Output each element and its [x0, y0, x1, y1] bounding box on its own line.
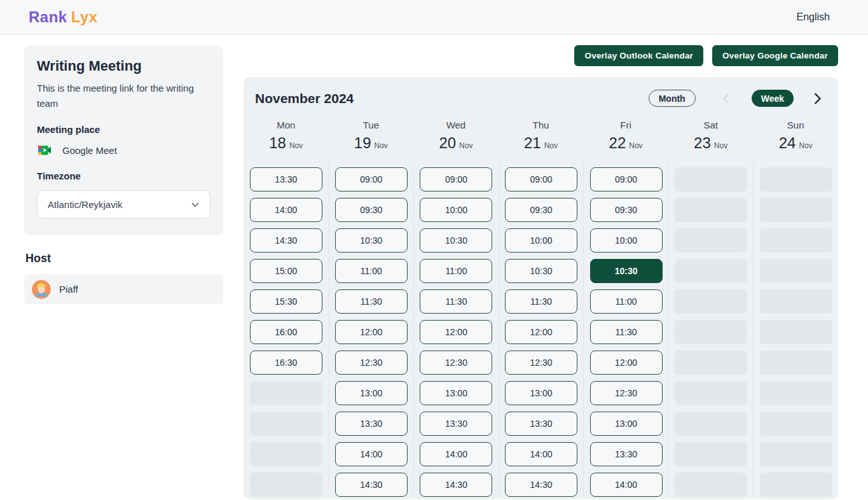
day-name: Fri — [583, 120, 668, 130]
overlay-buttons: Overlay Outlook Calendar Overlay Google … — [244, 45, 838, 66]
slot-columns: 13:3014:0014:3015:0015:3016:0016:3009:00… — [244, 161, 838, 497]
time-slot-tue-1130[interactable]: 11:30 — [335, 289, 408, 314]
time-slot-thu-1030[interactable]: 10:30 — [505, 259, 577, 283]
time-slot-tue-1200[interactable]: 12:00 — [335, 320, 408, 344]
day-month: Nov — [459, 141, 472, 150]
time-slot-thu-1300[interactable]: 13:00 — [505, 381, 577, 405]
day-header-tue: Tue19Nov — [329, 120, 414, 152]
time-slot-fri-1030[interactable]: 10:30 — [590, 259, 663, 283]
meeting-description: This is the meeting link for the writing… — [37, 81, 196, 111]
timezone-select[interactable]: Atlantic/Reykjavik — [37, 190, 210, 219]
time-slot-wed-0900[interactable]: 09:00 — [420, 167, 492, 191]
time-slot-thu-1330[interactable]: 13:30 — [505, 412, 577, 436]
time-slot-thu-0930[interactable]: 09:30 — [505, 198, 577, 222]
time-slot-fri-1330[interactable]: 13:30 — [590, 442, 663, 466]
time-slot-wed-1430[interactable]: 14:30 — [420, 473, 492, 497]
day-date: 22Nov — [583, 134, 668, 152]
time-slot-thu-1230[interactable]: 12:30 — [505, 351, 577, 375]
slot-unavailable — [675, 412, 747, 436]
slot-unavailable — [760, 198, 832, 222]
time-slot-tue-1230[interactable]: 12:30 — [335, 351, 408, 375]
meeting-title: Writing Meeting — [37, 58, 210, 74]
time-slot-tue-1400[interactable]: 14:00 — [335, 442, 408, 466]
time-slot-wed-1330[interactable]: 13:30 — [420, 412, 492, 436]
time-slot-fri-1200[interactable]: 12:00 — [590, 351, 663, 375]
time-slot-mon-1400[interactable]: 14:00 — [250, 198, 322, 222]
day-date: 20Nov — [413, 134, 499, 152]
time-slot-wed-1030[interactable]: 10:30 — [420, 228, 492, 253]
time-slot-thu-1130[interactable]: 11:30 — [505, 289, 577, 314]
slot-unavailable — [675, 259, 747, 283]
day-header-fri: Fri22Nov — [583, 120, 668, 152]
google-meet-icon — [37, 142, 52, 158]
time-slot-thu-1400[interactable]: 14:00 — [505, 442, 577, 466]
chevron-right-icon — [810, 92, 824, 106]
week-view-button[interactable]: Week — [752, 90, 794, 107]
slot-unavailable — [675, 473, 747, 497]
time-slot-mon-1530[interactable]: 15:30 — [250, 289, 322, 314]
slot-column-sun — [753, 161, 838, 497]
time-slot-tue-1430[interactable]: 14:30 — [335, 473, 408, 497]
time-slot-thu-1200[interactable]: 12:00 — [505, 320, 577, 344]
day-name: Wed — [413, 120, 499, 130]
time-slot-tue-0930[interactable]: 09:30 — [335, 198, 408, 222]
overlay-google-button[interactable]: Overlay Google Calendar — [712, 45, 838, 66]
time-slot-tue-0900[interactable]: 09:00 — [335, 167, 408, 191]
time-slot-wed-1000[interactable]: 10:00 — [420, 198, 492, 222]
day-header-sat: Sat23Nov — [668, 120, 754, 152]
language-selector[interactable]: English — [797, 11, 830, 23]
day-number: 19 — [354, 134, 371, 151]
overlay-outlook-button[interactable]: Overlay Outlook Calendar — [574, 45, 703, 66]
slot-unavailable — [760, 473, 832, 497]
time-slot-thu-0900[interactable]: 09:00 — [505, 167, 577, 191]
time-slot-tue-1300[interactable]: 13:00 — [335, 381, 408, 405]
time-slot-fri-1400[interactable]: 14:00 — [590, 473, 663, 497]
time-slot-mon-1330[interactable]: 13:30 — [250, 167, 322, 191]
time-slot-tue-1030[interactable]: 10:30 — [335, 228, 408, 253]
slot-unavailable — [675, 442, 747, 466]
day-name: Thu — [499, 120, 584, 130]
day-number: 23 — [694, 134, 711, 151]
time-slot-wed-1300[interactable]: 13:00 — [420, 381, 492, 405]
time-slot-mon-1430[interactable]: 14:30 — [250, 228, 322, 253]
meeting-card: Writing Meeting This is the meeting link… — [24, 45, 223, 235]
slot-column-tue: 09:0009:3010:3011:0011:3012:0012:3013:00… — [329, 161, 414, 497]
slot-unavailable — [250, 442, 322, 466]
day-month: Nov — [714, 141, 727, 150]
host-heading: Host — [25, 252, 223, 265]
time-slot-mon-1630[interactable]: 16:30 — [250, 351, 322, 375]
time-slot-fri-1230[interactable]: 12:30 — [590, 381, 663, 405]
time-slot-fri-1300[interactable]: 13:00 — [590, 412, 663, 436]
time-slot-wed-1130[interactable]: 11:30 — [420, 289, 492, 314]
time-slot-thu-1430[interactable]: 14:30 — [505, 473, 577, 497]
slot-unavailable — [675, 228, 747, 253]
month-view-button[interactable]: Month — [649, 90, 696, 107]
slot-unavailable — [760, 442, 832, 466]
time-slot-mon-1500[interactable]: 15:00 — [250, 259, 322, 283]
slot-unavailable — [250, 473, 322, 497]
slot-unavailable — [760, 228, 832, 253]
slot-unavailable — [760, 412, 832, 436]
time-slot-wed-1100[interactable]: 11:00 — [420, 259, 492, 283]
time-slot-fri-1000[interactable]: 10:00 — [590, 228, 663, 253]
time-slot-wed-1400[interactable]: 14:00 — [420, 442, 492, 466]
time-slot-fri-0900[interactable]: 09:00 — [590, 167, 663, 191]
time-slot-tue-1100[interactable]: 11:00 — [335, 259, 408, 283]
prev-week-button[interactable] — [720, 92, 733, 105]
time-slot-wed-1230[interactable]: 12:30 — [420, 351, 492, 375]
sidebar: Writing Meeting This is the meeting link… — [24, 45, 223, 304]
time-slot-thu-1000[interactable]: 10:00 — [505, 228, 577, 253]
host-avatar — [32, 280, 51, 299]
time-slot-tue-1330[interactable]: 13:30 — [335, 412, 408, 436]
day-date: 19Nov — [329, 134, 414, 152]
navbar: RankLyx English — [0, 0, 868, 35]
time-slot-mon-1600[interactable]: 16:00 — [250, 320, 322, 344]
day-name: Tue — [329, 120, 414, 130]
time-slot-fri-0930[interactable]: 09:30 — [590, 198, 663, 222]
time-slot-wed-1200[interactable]: 12:00 — [420, 320, 492, 344]
logo[interactable]: RankLyx — [29, 8, 98, 26]
time-slot-fri-1100[interactable]: 11:00 — [590, 289, 663, 314]
time-slot-fri-1130[interactable]: 11:30 — [590, 320, 663, 344]
slot-column-mon: 13:3014:0014:3015:0015:3016:0016:30 — [244, 161, 329, 497]
next-week-button[interactable] — [810, 92, 824, 106]
